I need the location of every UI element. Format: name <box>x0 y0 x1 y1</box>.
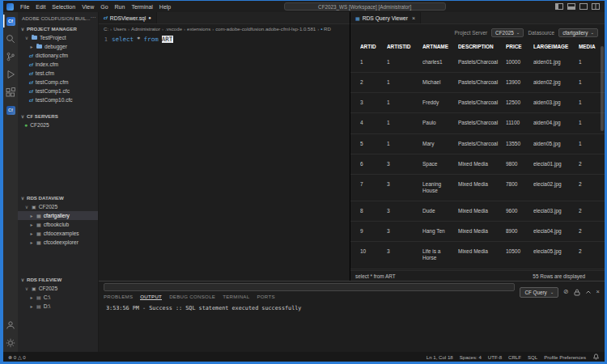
tree-item-debugger[interactable]: ▸ debugger <box>18 42 98 51</box>
clear-output-icon[interactable]: ⊘ <box>563 289 568 295</box>
menu-item[interactable]: Help <box>156 4 174 10</box>
tree-item-file[interactable]: cf test.cfm <box>18 69 98 78</box>
search-icon[interactable] <box>3 32 18 45</box>
section-project-manager[interactable]: ∨ PROJECT MANAGER <box>18 23 98 33</box>
breadcrumb-item[interactable]: Administrator <box>131 26 165 32</box>
table-row[interactable]: 10 3 Life is a Horse Mixed Media 10500 e… <box>350 242 605 269</box>
status-item[interactable]: Profile Preferences <box>544 354 586 360</box>
column-header[interactable]: ARTID <box>360 44 387 49</box>
more-actions-icon[interactable]: ⋯ <box>91 15 96 21</box>
output-channel-select[interactable]: CF Query ⌄ <box>520 287 558 298</box>
tree-item-rds-fileserver[interactable]: ∨ ▣ CF2025 <box>18 284 98 293</box>
table-row[interactable]: 9 3 Hang Ten Mixed Media 8900 elecia04.j… <box>350 222 605 242</box>
coldfusion-icon[interactable]: Cf <box>3 104 18 116</box>
tree-item-file[interactable]: cf testComp10.cfc <box>18 95 98 104</box>
notifications-bell-icon[interactable] <box>592 353 600 361</box>
status-item[interactable]: SQL <box>528 354 537 360</box>
status-item[interactable]: Ln 1, Col 18 <box>427 354 453 360</box>
breadcrumb-item[interactable]: C: <box>104 26 113 32</box>
settings-gear-icon[interactable] <box>3 336 18 349</box>
tree-item-file[interactable]: cf dictionary.cfm <box>18 51 98 60</box>
tree-item-drive[interactable]: ▸ ▤ D:\ <box>18 302 98 311</box>
breadcrumb-item[interactable]: RD <box>320 26 334 32</box>
tab-rdsviewer-sql[interactable]: cf RDSViewer.sql ● <box>99 12 157 23</box>
table-row[interactable]: 3 1 Freddy Pastels/Charcoal 12500 aiden0… <box>350 93 605 113</box>
result-table-body[interactable]: 1 1 charles1 Pastels/Charcoal 10000 aide… <box>350 53 605 270</box>
menu-item[interactable]: Go <box>97 4 111 10</box>
menu-item[interactable]: Edit <box>32 4 49 10</box>
tree-item-datasource[interactable]: ▸ ▦ cfcodeexplorer <box>18 238 98 247</box>
table-row[interactable]: 1 1 charles1 Pastels/Charcoal 10000 aide… <box>350 53 605 73</box>
menu-item[interactable]: View <box>79 4 97 10</box>
window-title[interactable]: CF2023_WS [Workspace] [Administrator] <box>284 2 446 11</box>
problems-status[interactable]: ⊗ 0 △ 0 <box>8 354 26 360</box>
panel-tab[interactable]: OUTPUT <box>140 294 162 300</box>
source-control-icon[interactable] <box>3 50 18 63</box>
column-header[interactable]: DESCRIPTION <box>458 44 506 49</box>
lock-autoscroll-icon[interactable] <box>574 289 580 296</box>
customize-layout-icon[interactable] <box>592 3 600 10</box>
panel-tab[interactable]: PORTS <box>257 294 274 299</box>
status-item[interactable]: UTF-8 <box>488 354 502 360</box>
tree-item-file[interactable]: cf testComp.cfm <box>18 78 98 87</box>
table-row[interactable]: 6 3 Space Mixed Media 9800 elecia01.jpg … <box>350 154 605 175</box>
chevron-expanded-icon: ∨ <box>20 113 25 119</box>
table-row[interactable]: 7 3 Leaning House Mixed Media 7800 eleci… <box>350 175 605 201</box>
panel-tab[interactable]: TERMINAL <box>223 294 249 299</box>
menu-item[interactable]: Terminal <box>128 4 155 10</box>
table-row[interactable]: 4 1 Paulo Pastels/Charcoal 11100 aiden04… <box>350 113 605 133</box>
tree-item-file[interactable]: cf testComp1.cfc <box>18 87 98 95</box>
menu-item[interactable]: File <box>17 4 32 10</box>
table-row[interactable]: 2 1 Michael Pastels/Charcoal 13900 aiden… <box>350 73 605 93</box>
tree-item-datasource[interactable]: ▸ ▦ cfdocexamples <box>18 229 98 238</box>
line-number: 1 <box>99 36 112 43</box>
scrollbar-thumb[interactable] <box>601 46 604 131</box>
database-icon: ▦ <box>36 222 41 227</box>
breadcrumb-item[interactable]: Users <box>113 26 131 32</box>
close-tab-icon[interactable]: × <box>412 15 415 21</box>
output-filter-input[interactable] <box>104 283 515 291</box>
server-select[interactable]: CF2025 ⌄ <box>491 28 524 37</box>
breadcrumb-item[interactable]: .vscode <box>165 26 187 32</box>
status-item[interactable]: CRLF <box>508 354 521 360</box>
section-rds-dataview[interactable]: ∨ RDS DATAVIEW <box>18 193 98 202</box>
tree-item-file[interactable]: cf index.cfm <box>18 60 98 69</box>
column-header[interactable]: MEDIA <box>579 44 600 49</box>
tree-item-drive[interactable]: ▸ ▤ C:\ <box>18 293 98 302</box>
table-row[interactable]: 8 3 Dude Mixed Media 9600 elecia03.jpg 2 <box>350 201 605 222</box>
tree-item-datasource[interactable]: ▸ ▦ cfartgallery <box>18 211 98 220</box>
tab-rds-query-viewer[interactable]: ▦ RDS Query Viewer × <box>350 12 421 23</box>
menu-item[interactable]: Selection <box>49 4 79 10</box>
tree-item-datasource[interactable]: ▸ ▦ cfbookclub <box>18 220 98 229</box>
breadcrumb-item[interactable]: com-adobe-coldfusion.adobe-cfml-lsp-1.0.… <box>215 26 320 32</box>
column-header[interactable]: ARTISTID <box>387 44 422 49</box>
output-log[interactable]: 3:53:56 PM - Success :: SQL statement ex… <box>99 301 605 352</box>
toggle-secondary-sidebar-icon[interactable] <box>579 3 588 10</box>
menu-item[interactable]: Run <box>112 4 129 10</box>
column-header[interactable]: PRICE <box>506 44 533 49</box>
coldfusion-builder-icon[interactable]: Cf <box>3 15 18 28</box>
modified-dot-icon[interactable]: ● <box>148 15 151 20</box>
tree-item-rds-server[interactable]: ∨ ▣ CF2025 <box>18 202 98 211</box>
breadcrumb-item[interactable]: extensions <box>187 26 215 32</box>
section-rds-fileview[interactable]: ∨ RDS FILEVIEW <box>18 274 98 284</box>
datasource-select[interactable]: cfartgallery ⌄ <box>558 28 598 37</box>
maximize-panel-icon[interactable] <box>585 289 592 295</box>
status-item[interactable]: Spaces: 4 <box>460 354 482 360</box>
tree-item-cf2025-server[interactable]: ● CF2025 <box>18 121 98 129</box>
toggle-panel-icon[interactable] <box>567 3 575 10</box>
run-debug-icon[interactable] <box>3 68 18 81</box>
close-panel-icon[interactable]: × <box>596 289 600 295</box>
extensions-icon[interactable] <box>3 86 18 99</box>
table-row[interactable]: 5 1 Mary Pastels/Charcoal 13550 aiden05.… <box>350 134 605 154</box>
tree-item-testproject[interactable]: ∨ TestProject <box>18 33 98 42</box>
column-header[interactable]: ARTNAME <box>422 44 458 49</box>
account-icon[interactable] <box>3 319 18 332</box>
column-header[interactable]: LARGEIMAGE <box>533 44 579 49</box>
section-cf-servers[interactable]: ∨ CF SERVERS <box>18 111 98 121</box>
panel-tab[interactable]: PROBLEMS <box>104 294 133 299</box>
chevron-collapsed-icon: ▸ <box>29 303 34 309</box>
code-editor[interactable]: 1 select * from ART <box>99 33 350 281</box>
panel-tab[interactable]: DEBUG CONSOLE <box>169 294 215 299</box>
toggle-sidebar-icon[interactable] <box>555 3 563 10</box>
